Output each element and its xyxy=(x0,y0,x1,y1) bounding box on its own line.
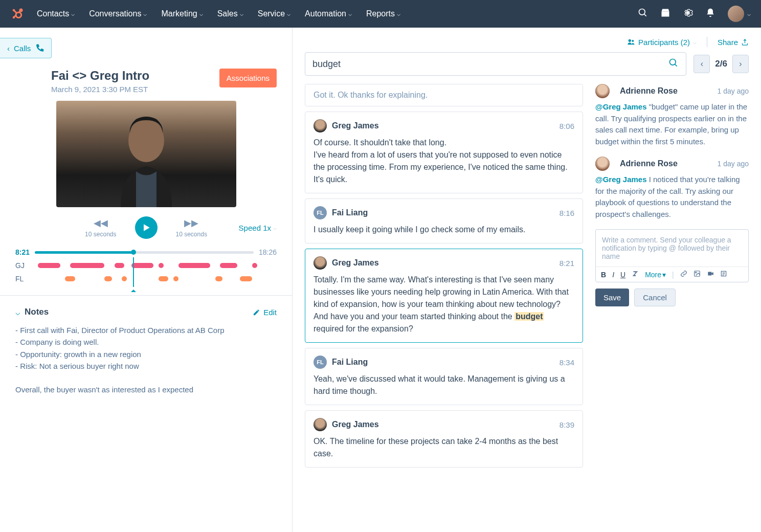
svg-point-11 xyxy=(128,119,164,162)
snippet-button[interactable] xyxy=(720,270,727,279)
back-to-calls-button[interactable]: ‹ Calls xyxy=(0,38,52,58)
svg-point-18 xyxy=(695,272,696,273)
edit-notes-button[interactable]: Edit xyxy=(253,308,277,317)
speed-selector[interactable]: Speed 1x⌵ xyxy=(239,224,277,232)
svg-point-10 xyxy=(687,12,689,14)
pencil-icon xyxy=(253,308,260,316)
person-silhouette xyxy=(95,105,197,207)
mention[interactable]: @Greg James xyxy=(595,102,647,111)
comment-body: @Greg James I noticed that you're talkin… xyxy=(595,174,749,220)
save-comment-button[interactable]: Save xyxy=(595,289,629,306)
mention[interactable]: @Greg James xyxy=(595,175,647,184)
chevron-down-icon: ⌵ xyxy=(143,10,147,17)
chevron-down-icon: ▾ xyxy=(662,271,666,279)
image-button[interactable] xyxy=(693,270,701,279)
chevron-down-icon: ⌵ xyxy=(199,10,203,17)
video-button[interactable] xyxy=(707,270,714,279)
message-time: 8:06 xyxy=(559,122,574,130)
transcript-message[interactable]: FL Fai Liang 8:16 I usually keep it goin… xyxy=(305,198,583,243)
comment-time: 1 day ago xyxy=(718,160,749,168)
speaker-name: Greg James xyxy=(332,258,379,268)
chevron-down-icon: ⌵ xyxy=(273,224,277,231)
search-prev-button[interactable]: ‹ xyxy=(693,55,710,73)
share-icon xyxy=(741,38,749,46)
hubspot-logo xyxy=(10,7,25,21)
search-input[interactable] xyxy=(312,59,668,70)
transcript-list: Got it. Ok thanks for explaining. Greg J… xyxy=(305,84,583,532)
search-next-button[interactable]: › xyxy=(732,55,749,73)
comment-author: Adrienne Rose xyxy=(620,159,678,168)
associations-button[interactable]: Associations xyxy=(219,69,277,87)
nav-marketing[interactable]: Marketing⌵ xyxy=(161,9,203,18)
notes-toggle[interactable]: ⌵ xyxy=(15,307,20,317)
svg-point-13 xyxy=(632,40,634,42)
message-body: Totally. I'm the same way. What's intere… xyxy=(314,274,574,335)
chevron-down-icon: ⌵ xyxy=(240,10,243,17)
nav-sales[interactable]: Sales⌵ xyxy=(217,9,243,18)
transcript-message[interactable]: Greg James 8:06 Of course. It shouldn't … xyxy=(305,112,583,193)
search-result-counter: 2/6 xyxy=(715,59,727,69)
nav-service[interactable]: Service⌵ xyxy=(258,9,290,18)
speaker-name: Fai Liang xyxy=(332,358,368,367)
comment-editor[interactable]: Write a comment. Send your colleague a n… xyxy=(595,229,749,282)
user-avatar xyxy=(728,6,744,22)
italic-button[interactable]: I xyxy=(612,271,614,279)
chevron-down-icon: ⌵ xyxy=(348,10,352,17)
search-icon[interactable] xyxy=(638,8,648,20)
comment-textarea[interactable]: Write a comment. Send your colleague a n… xyxy=(596,230,748,267)
link-button[interactable] xyxy=(680,270,687,279)
speaker-name: Greg James xyxy=(332,420,379,429)
notes-body: - First call with Fai, Director of Produ… xyxy=(15,324,277,396)
nav-reports[interactable]: Reports⌵ xyxy=(366,9,400,18)
speaker-fl-label: FL xyxy=(15,275,31,283)
comment: Adrienne Rose 1 day ago @Greg James I no… xyxy=(595,157,749,220)
share-button[interactable]: Share xyxy=(718,38,749,47)
bold-button[interactable]: B xyxy=(601,271,606,279)
nav-conversations[interactable]: Conversations⌵ xyxy=(89,9,147,18)
phone-icon xyxy=(35,43,44,53)
transcript-message[interactable]: Greg James 8:39 OK. The timeline for the… xyxy=(305,410,583,468)
marketplace-icon[interactable] xyxy=(660,8,670,20)
notes-heading: Notes xyxy=(25,307,49,317)
playhead[interactable] xyxy=(133,257,134,287)
transcript-message-highlighted[interactable]: Greg James 8:21 Totally. I'm the same wa… xyxy=(305,249,583,343)
chevron-right-icon: › xyxy=(739,59,742,69)
transcript-message[interactable]: FL Fai Liang 8:34 Yeah, we've discussed … xyxy=(305,348,583,405)
comments-panel: Adrienne Rose 1 day ago @Greg James "bud… xyxy=(595,84,749,532)
divider xyxy=(707,37,707,47)
play-button[interactable] xyxy=(135,216,158,239)
rewind-10-button[interactable]: ◀◀ 10 seconds xyxy=(85,217,116,238)
cancel-comment-button[interactable]: Cancel xyxy=(634,289,676,306)
current-time: 8:21 xyxy=(15,248,30,256)
avatar xyxy=(314,256,327,270)
nav-contacts[interactable]: Contacts⌵ xyxy=(37,9,75,18)
avatar xyxy=(314,119,327,132)
message-time: 8:39 xyxy=(559,420,574,429)
settings-icon[interactable] xyxy=(683,8,693,20)
svg-rect-9 xyxy=(662,12,669,17)
nav-automation[interactable]: Automation⌵ xyxy=(305,9,352,18)
comment-author: Adrienne Rose xyxy=(620,86,678,96)
video-thumbnail[interactable] xyxy=(56,101,236,207)
search-icon[interactable] xyxy=(668,58,679,71)
message-time: 8:21 xyxy=(559,259,574,268)
speaker-name: Greg James xyxy=(332,121,379,130)
notifications-icon[interactable] xyxy=(705,8,715,20)
clear-format-button[interactable] xyxy=(632,270,639,279)
transcript-prev[interactable]: Got it. Ok thanks for explaining. xyxy=(305,84,583,106)
progress-track[interactable] xyxy=(35,251,254,254)
participants-button[interactable]: Participants (2) ⌵ xyxy=(627,38,697,47)
user-menu[interactable]: ⌵ xyxy=(728,6,751,22)
more-formatting-button[interactable]: More ▾ xyxy=(645,271,666,279)
message-body: Yeah, we've discussed what it would take… xyxy=(314,373,574,397)
underline-button[interactable]: U xyxy=(620,271,625,279)
forward-10-button[interactable]: ▶▶ 10 seconds xyxy=(176,217,207,238)
avatar: FL xyxy=(314,356,327,369)
svg-line-8 xyxy=(644,14,646,16)
people-icon xyxy=(627,38,635,46)
speaker-gj-track xyxy=(31,263,277,268)
transcript-search[interactable] xyxy=(305,52,686,76)
message-body: I usually keep it going while I go check… xyxy=(314,224,574,236)
chevron-down-icon: ⌵ xyxy=(71,10,75,17)
svg-point-3 xyxy=(16,12,21,18)
